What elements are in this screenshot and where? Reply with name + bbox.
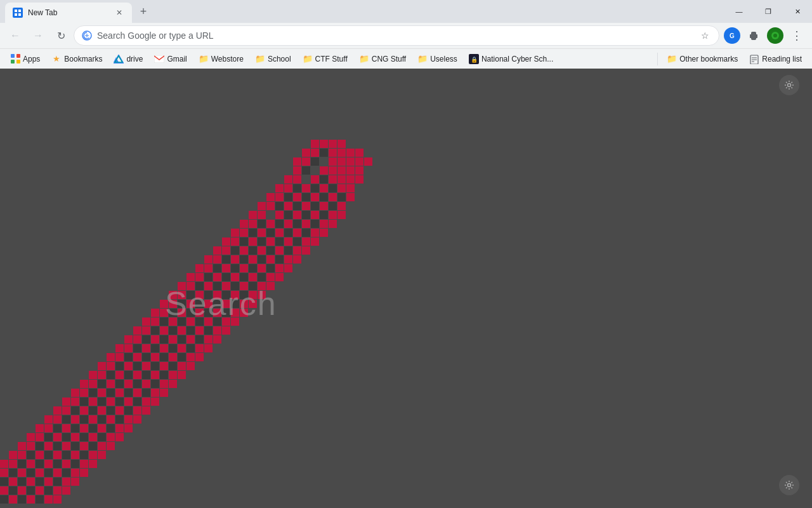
other-bookmarks[interactable]: 📁 Other bookmarks	[662, 51, 743, 67]
address-icons: ☆	[698, 29, 711, 42]
bookmark-bookmarks-label: Bookmarks	[64, 55, 102, 64]
bookmark-cng[interactable]: 📁 CNG Stuff	[354, 51, 411, 67]
svg-rect-14	[16, 60, 20, 64]
google-icon	[82, 30, 92, 41]
new-tab-button[interactable]: +	[134, 3, 152, 20]
minimize-button[interactable]: —	[724, 0, 754, 23]
bookmark-bookmarks[interactable]: ★ Bookmarks	[46, 51, 107, 67]
close-button[interactable]: ✕	[783, 0, 812, 23]
bookmark-school[interactable]: 📁 School	[250, 51, 296, 67]
reading-list[interactable]: Reading list	[744, 51, 807, 67]
extensions-button[interactable]	[743, 25, 764, 46]
cyber-icon: 🔒	[469, 54, 479, 64]
title-bar: New Tab ✕ + — ❐ ✕	[0, 0, 812, 23]
address-bar[interactable]: Search Google or type a URL ☆	[74, 25, 719, 46]
tab-close-button[interactable]: ✕	[114, 8, 124, 18]
bookmark-ctf[interactable]: 📁 CTF Stuff	[298, 51, 353, 67]
star-icon[interactable]: ☆	[698, 29, 711, 42]
gmail-icon	[154, 54, 164, 64]
ext-green-button[interactable]	[765, 25, 785, 46]
bookmark-cyber[interactable]: 🔒 National Cyber Sch...	[464, 51, 558, 67]
tab-title: New Tab	[28, 8, 109, 17]
top-right-settings-icon[interactable]	[779, 75, 799, 95]
google-account-button[interactable]: G	[722, 25, 742, 46]
window-controls: — ❐ ✕	[724, 0, 812, 23]
svg-text:G: G	[730, 32, 735, 39]
bookmark-apps[interactable]: Apps	[5, 51, 45, 67]
bookmark-cng-label: CNG Stuff	[372, 55, 406, 64]
bookmark-drive-label: drive	[126, 55, 143, 64]
svg-point-10	[773, 34, 777, 37]
folder-useless-icon: 📁	[417, 54, 428, 64]
folder-webstore-icon: 📁	[199, 54, 209, 64]
svg-rect-1	[15, 10, 17, 12]
bookmark-drive[interactable]: drive	[108, 51, 148, 67]
svg-rect-11	[11, 54, 15, 58]
chrome-window: New Tab ✕ + — ❐ ✕ ← → ↻ Search Google or…	[0, 0, 812, 508]
svg-point-30	[788, 484, 791, 487]
bookmark-school-label: School	[268, 55, 291, 64]
bookmark-star-icon: ★	[51, 54, 62, 64]
navigation-bar: ← → ↻ Search Google or type a URL ☆	[0, 23, 812, 48]
svg-rect-0	[13, 8, 23, 18]
svg-rect-12	[16, 54, 20, 58]
bookmark-useless[interactable]: 📁 Useless	[412, 51, 462, 67]
bookmark-webstore-label: Webstore	[211, 55, 244, 64]
svg-rect-13	[11, 60, 15, 64]
svg-rect-3	[15, 13, 17, 16]
active-tab[interactable]: New Tab ✕	[5, 3, 132, 23]
bookmarks-separator	[657, 53, 658, 65]
tab-favicon	[13, 8, 23, 18]
folder-cng-icon: 📁	[359, 54, 369, 64]
svg-text:🔒: 🔒	[470, 56, 478, 64]
chrome-menu-button[interactable]: ⋮	[787, 25, 807, 46]
other-bookmarks-label: Other bookmarks	[679, 55, 738, 64]
svg-rect-22	[154, 55, 164, 63]
forward-button[interactable]: →	[28, 25, 48, 46]
reading-list-icon	[749, 54, 759, 64]
reading-list-label: Reading list	[762, 55, 802, 64]
address-text: Search Google or type a URL	[97, 30, 693, 41]
tab-strip: New Tab ✕ +	[0, 0, 724, 23]
bookmark-apps-label: Apps	[23, 55, 40, 64]
maximize-button[interactable]: ❐	[754, 0, 783, 23]
svg-rect-2	[18, 10, 21, 12]
apps-icon	[10, 54, 20, 64]
bookmarks-bar: Apps ★ Bookmarks	[0, 48, 812, 69]
folder-other-icon: 📁	[667, 54, 677, 64]
bookmark-cyber-label: National Cyber Sch...	[481, 55, 553, 64]
bookmark-useless-label: Useless	[430, 55, 457, 64]
nav-right-icons: G ⋮	[722, 25, 807, 46]
folder-ctf-icon: 📁	[303, 54, 313, 64]
svg-rect-4	[18, 13, 21, 16]
main-content: Search	[0, 69, 812, 508]
profile-avatar: G	[724, 27, 740, 44]
pixel-art-canvas	[0, 69, 812, 508]
back-button[interactable]: ←	[5, 25, 25, 46]
bookmark-gmail-label: Gmail	[167, 55, 187, 64]
reload-button[interactable]: ↻	[51, 25, 71, 46]
drive-icon	[114, 54, 124, 64]
bookmark-gmail[interactable]: Gmail	[149, 51, 192, 67]
ext-green-icon	[767, 27, 783, 44]
bookmark-webstore[interactable]: 📁 Webstore	[193, 51, 249, 67]
folder-school-icon: 📁	[255, 54, 265, 64]
svg-point-29	[788, 84, 791, 87]
bookmark-ctf-label: CTF Stuff	[315, 55, 348, 64]
bottom-right-settings-icon[interactable]	[779, 475, 799, 495]
